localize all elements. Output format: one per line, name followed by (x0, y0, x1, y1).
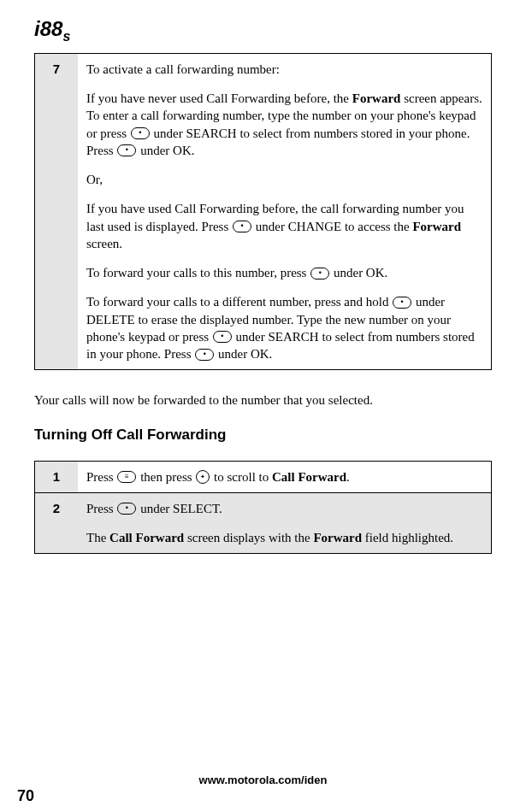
step-number: 7 (35, 53, 79, 370)
paragraph: The Call Forward screen displays with th… (86, 529, 482, 546)
page-number: 70 (17, 787, 34, 805)
paragraph: To forward your calls to this number, pr… (86, 264, 482, 281)
step-content: Press then press to scroll to Call Forwa… (78, 461, 492, 492)
softkey-icon (393, 297, 411, 309)
paragraph: Press under SELECT. (86, 500, 482, 517)
logo-sub: s (62, 29, 70, 44)
menu-key-icon (117, 471, 136, 483)
step-content: Press under SELECT. The Call Forward scr… (78, 492, 492, 554)
procedure-table-turn-off: 1 Press then press to scroll to Call For… (34, 461, 492, 555)
softkey-icon (117, 503, 136, 515)
softkey-icon (117, 144, 136, 156)
result-text: Your calls will now be forwarded to the … (34, 391, 492, 409)
paragraph: If you have never used Call Forwarding b… (86, 90, 482, 159)
footer-url: www.motorola.com/iden (0, 774, 526, 786)
step-number: 2 (35, 492, 79, 554)
paragraph: To forward your calls to a different num… (86, 293, 482, 362)
paragraph: To activate a call forwarding number: (86, 61, 482, 78)
nav-key-icon (196, 470, 210, 484)
paragraph: Or, (86, 171, 482, 188)
step-number: 1 (35, 461, 79, 492)
softkey-icon (233, 221, 251, 232)
logo-main: i88 (34, 17, 62, 40)
procedure-table-activate: 7 To activate a call forwarding number: … (34, 53, 492, 371)
softkey-icon (131, 127, 150, 139)
section-heading: Turning Off Call Forwarding (34, 427, 492, 444)
softkey-icon (213, 331, 232, 343)
product-logo: i88s (34, 17, 492, 44)
paragraph: If you have used Call Forwarding before,… (86, 200, 482, 252)
step-content: To activate a call forwarding number: If… (78, 53, 492, 370)
softkey-icon (310, 268, 329, 279)
softkey-icon (195, 349, 214, 361)
